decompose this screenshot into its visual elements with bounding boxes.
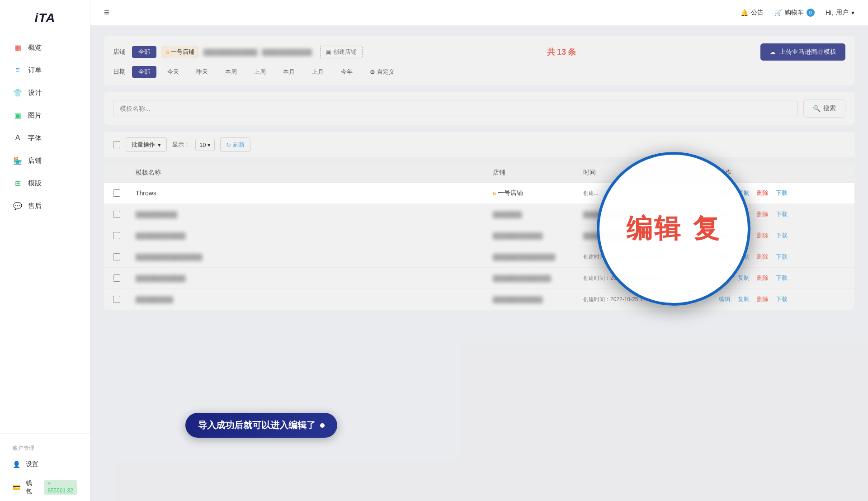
settings-label: 设置 [26,460,38,468]
sidebar-item-image[interactable]: ▣ 图片 [0,104,90,127]
sidebar-item-label-image: 图片 [28,111,42,120]
cart-group[interactable]: 🛒 购物车 0 [774,9,815,17]
row2-download-link[interactable]: 下载 [776,210,788,218]
date-lastweek-tag[interactable]: 上周 [248,66,272,78]
magnifier-text2: 复 [693,211,721,246]
user-info[interactable]: Hi, 用户 ▾ [826,9,854,17]
row5-name: ████████████ [136,275,493,282]
sidebar-item-design[interactable]: 👕 设计 [0,81,90,104]
row6-checkbox[interactable] [113,296,136,303]
row1-delete-link[interactable]: 删除 [757,189,769,197]
date-lastmonth-tag[interactable]: 上月 [306,66,330,78]
sidebar-item-font[interactable]: A 字体 [0,127,90,149]
refresh-button[interactable]: ↻ 刷新 [220,137,250,152]
batch-dropdown-icon: ▾ [158,142,161,148]
custom-icon: ⚙ [370,69,375,76]
sidebar-item-label-font: 字体 [28,134,42,142]
row3-checkbox[interactable] [113,232,136,239]
tooltip-dot [320,423,325,428]
table-controls: 批量操作 ▾ 显示： 10 ▾ ↻ 刷新 [104,132,854,157]
template-icon: ⊞ [13,178,23,188]
sidebar-item-label-store: 店铺 [28,156,42,165]
user-dropdown-arrow: ▾ [851,9,854,16]
select-all-checkbox[interactable] [113,141,120,148]
sidebar-item-order[interactable]: ≡ 订单 [0,59,90,81]
row4-checkbox[interactable] [113,253,136,260]
row5-download-link[interactable]: 下载 [776,274,788,282]
row1-name: Throws [136,189,493,197]
font-icon: A [13,133,23,143]
row3-download-link[interactable]: 下载 [776,232,788,240]
row6-download-link[interactable]: 下载 [776,295,788,303]
sidebar-wallet[interactable]: 💳 钱包 ¥ 855501.32 [0,474,90,501]
sidebar-settings[interactable]: 👤 设置 [0,455,90,474]
date-custom-tag[interactable]: ⚙ 自定义 [363,66,401,78]
store-icon: 🏪 [13,156,23,165]
date-all-tag[interactable]: 全部 [132,66,156,78]
create-store-label: 创建店铺 [333,48,357,56]
sidebar-item-template[interactable]: ⊞ 模版 [0,172,90,194]
sidebar-item-aftersale[interactable]: 💬 售后 [0,194,90,217]
row4-download-link[interactable]: 下载 [776,253,788,261]
row5-delete-link[interactable]: 删除 [757,274,769,282]
hamburger-button[interactable]: ≡ [104,7,109,18]
store-amazon-tag[interactable]: a 一号店铺 [161,46,199,58]
header-checkbox [113,169,136,177]
blurred-store-1: █████████████ [203,49,258,56]
sidebar-logo: iTA [0,0,90,32]
refresh-label: 刷新 [233,141,245,149]
topbar-left: ≡ [104,7,109,18]
date-thisweek-tag[interactable]: 本周 [219,66,243,78]
magnifier-inner: 编辑 复 [617,202,730,255]
row2-delete-link[interactable]: 删除 [757,210,769,218]
page-size-select[interactable]: 10 ▾ [195,139,215,151]
order-icon: ≡ [13,65,23,75]
notice-label: 公告 [751,9,764,17]
sidebar-item-label-overview: 概览 [28,43,42,52]
row2-checkbox[interactable] [113,211,136,218]
row1-checkbox[interactable] [113,189,136,197]
main-content: ≡ 🔔 公告 🛒 购物车 0 Hi, 用户 ▾ 店铺 全部 [90,0,868,501]
row1-download-link[interactable]: 下载 [776,189,788,197]
logo-text: iTA [34,11,55,25]
row4-name: ████████████████ [136,254,493,260]
magnifier-overlay: 编辑 复 [597,152,750,306]
search-input[interactable] [113,100,798,117]
upload-template-button[interactable]: ☁ 上传亚马逊商品模板 [760,43,845,61]
username: 用户 [836,9,849,17]
sidebar-item-overview[interactable]: ▦ 概览 [0,36,90,59]
date-today-tag[interactable]: 今天 [161,66,185,78]
wallet-label: 钱包 [26,479,37,496]
store-filter-row: 店铺 全部 a 一号店铺 █████████████ ████████████ … [113,43,845,61]
amazon-icon: a [165,48,169,56]
row5-copy-link[interactable]: 复制 [738,274,750,282]
date-yesterday-tag[interactable]: 昨天 [190,66,214,78]
date-thismonth-tag[interactable]: 本月 [277,66,301,78]
row4-delete-link[interactable]: 删除 [757,253,769,261]
total-count: 共 13 条 [547,47,576,57]
row3-delete-link[interactable]: 删除 [757,232,769,240]
batch-operations-button[interactable]: 批量操作 ▾ [126,137,167,152]
search-section: 🔍 搜索 [104,92,854,125]
row2-name: ██████████ [136,211,493,218]
notice-group[interactable]: 🔔 公告 [741,9,764,17]
sidebar-item-label-design: 设计 [28,89,42,97]
display-label: 显示： [172,141,190,149]
wallet-amount: ¥ 855501.32 [44,480,77,495]
row6-copy-link[interactable]: 复制 [738,295,750,303]
row5-actions: 编辑 复制 删除 下载 [719,274,845,282]
row6-store: ████████████ [493,296,583,303]
date-thisyear-tag[interactable]: 今年 [335,66,359,78]
store-all-tag[interactable]: 全部 [132,46,156,58]
row5-checkbox[interactable] [113,274,136,282]
cart-label: 购物车 [785,9,804,17]
page-size-value: 10 [199,142,206,148]
row6-delete-link[interactable]: 删除 [757,295,769,303]
create-store-button[interactable]: ▣ 创建店铺 [320,46,363,58]
row6-edit-link[interactable]: 编辑 [719,295,731,303]
row2-store: ███████ [493,211,583,218]
sidebar-item-store[interactable]: 🏪 店铺 [0,149,90,172]
table-row: █████████ ████████████ 创建时间：2022-10-25 1… [104,289,854,310]
search-button[interactable]: 🔍 搜索 [803,99,845,118]
row5-store: ██████████████ [493,275,583,282]
